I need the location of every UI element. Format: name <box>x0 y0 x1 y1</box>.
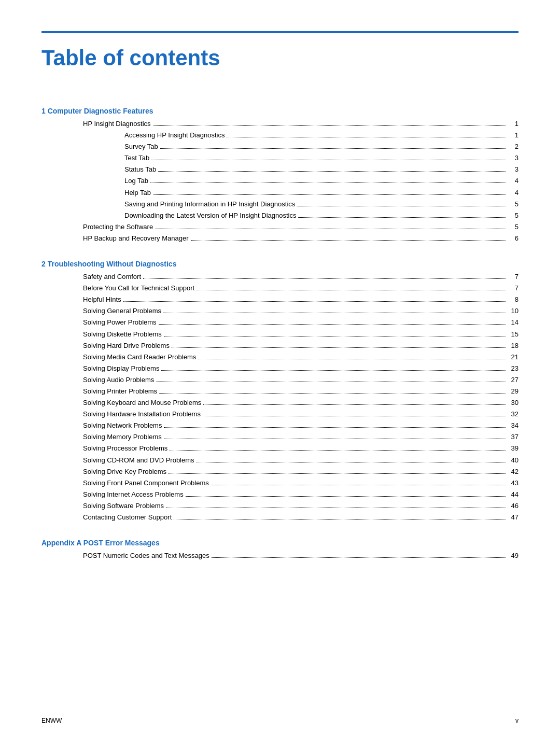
entry-page-e28: 40 <box>508 455 519 466</box>
entry-dots-e28 <box>197 462 506 462</box>
toc-entry-e17: Solving Diskette Problems15 <box>41 329 519 340</box>
entry-page-e34: 49 <box>508 550 519 561</box>
entry-text-e16: Solving Power Problems <box>83 317 157 328</box>
toc-entry-e3: Survey Tab2 <box>41 141 519 152</box>
entry-page-e15: 10 <box>508 305 519 317</box>
entry-dots-e14 <box>123 301 506 302</box>
toc-entry-e12: Safety and Comfort7 <box>41 271 519 283</box>
entry-page-e16: 14 <box>508 317 519 328</box>
entry-dots-e23 <box>203 404 506 405</box>
entry-dots-e8 <box>297 206 506 206</box>
toc-entry-e26: Solving Memory Problems37 <box>41 431 519 443</box>
entry-page-e23: 30 <box>508 397 519 409</box>
section-2: 2 Troubleshooting Without DiagnosticsSaf… <box>41 260 519 523</box>
page: Table of contents 1 Computer Diagnostic … <box>0 0 560 745</box>
toc-entry-e24: Solving Hardware Installation Problems32 <box>41 409 519 420</box>
entry-page-e14: 8 <box>508 294 519 305</box>
entry-text-e7: Help Tab <box>124 187 151 199</box>
entry-page-e21: 27 <box>508 374 519 386</box>
entry-page-e5: 3 <box>508 164 519 175</box>
entry-dots-e30 <box>211 485 506 485</box>
entry-page-e9: 5 <box>508 210 519 221</box>
entry-text-e32: Solving Software Problems <box>83 500 164 512</box>
toc-entry-e23: Solving Keyboard and Mouse Problems30 <box>41 397 519 409</box>
entry-dots-e31 <box>186 496 506 497</box>
entry-text-e21: Solving Audio Problems <box>83 374 154 386</box>
entry-page-e2: 1 <box>508 130 519 141</box>
section-appendix: Appendix A POST Error MessagesPOST Numer… <box>41 539 519 561</box>
toc-entry-e13: Before You Call for Technical Support7 <box>41 283 519 294</box>
entry-text-e26: Solving Memory Problems <box>83 431 162 443</box>
entry-page-e29: 42 <box>508 466 519 477</box>
toc-entry-e7: Help Tab4 <box>41 187 519 199</box>
entry-text-e9: Downloading the Latest Version of HP Ins… <box>124 210 296 221</box>
entry-page-e13: 7 <box>508 283 519 294</box>
entry-dots-e4 <box>151 160 506 160</box>
entry-dots-e33 <box>174 519 506 519</box>
entry-dots-e29 <box>169 473 506 474</box>
toc-entry-e2: Accessing HP Insight Diagnostics1 <box>41 130 519 141</box>
entry-dots-e26 <box>164 439 506 439</box>
entry-page-e30: 43 <box>508 477 519 489</box>
entry-text-e8: Saving and Printing Information in HP In… <box>124 199 295 210</box>
entry-page-e33: 47 <box>508 512 519 523</box>
entry-page-e12: 7 <box>508 271 519 283</box>
toc-entry-e15: Solving General Problems10 <box>41 305 519 317</box>
entry-dots-e22 <box>159 393 506 393</box>
entry-text-e3: Survey Tab <box>124 141 158 152</box>
toc-entry-e18: Solving Hard Drive Problems18 <box>41 340 519 352</box>
entry-page-e3: 2 <box>508 141 519 152</box>
entry-text-e29: Solving Drive Key Problems <box>83 466 166 477</box>
entry-text-e28: Solving CD-ROM and DVD Problems <box>83 455 194 466</box>
entry-page-e6: 4 <box>508 175 519 187</box>
toc-entry-e28: Solving CD-ROM and DVD Problems40 <box>41 455 519 466</box>
entry-dots-e32 <box>166 508 506 508</box>
toc-entry-e34: POST Numeric Codes and Text Messages49 <box>41 550 519 561</box>
section-2-heading: 2 Troubleshooting Without Diagnostics <box>41 260 519 268</box>
entry-text-e33: Contacting Customer Support <box>83 512 172 523</box>
entry-text-e23: Solving Keyboard and Mouse Problems <box>83 397 201 409</box>
toc-entry-e30: Solving Front Panel Component Problems43 <box>41 477 519 489</box>
entry-text-e24: Solving Hardware Installation Problems <box>83 409 201 420</box>
entry-text-e6: Log Tab <box>124 175 148 187</box>
entry-dots-e1 <box>153 125 506 126</box>
entry-text-e22: Solving Printer Problems <box>83 386 157 397</box>
entry-page-e25: 34 <box>508 420 519 431</box>
toc-entry-e31: Solving Internet Access Problems44 <box>41 489 519 500</box>
entry-page-e7: 4 <box>508 187 519 199</box>
entry-page-e10: 5 <box>508 221 519 233</box>
entry-page-e8: 5 <box>508 199 519 210</box>
entry-page-e4: 3 <box>508 152 519 164</box>
entry-dots-e15 <box>163 313 506 313</box>
entry-dots-e24 <box>203 416 506 416</box>
toc-entry-e20: Solving Display Problems23 <box>41 363 519 374</box>
toc-entry-e32: Solving Software Problems46 <box>41 500 519 512</box>
entry-page-e11: 6 <box>508 233 519 244</box>
entry-page-e26: 37 <box>508 431 519 443</box>
section-appendix-heading: Appendix A POST Error Messages <box>41 539 519 547</box>
entry-dots-e5 <box>158 171 506 172</box>
entry-page-e1: 1 <box>508 118 519 130</box>
entry-text-e18: Solving Hard Drive Problems <box>83 340 170 352</box>
toc-entry-e5: Status Tab3 <box>41 164 519 175</box>
entry-dots-e13 <box>197 290 506 290</box>
toc-entry-e4: Test Tab3 <box>41 152 519 164</box>
toc-entry-e9: Downloading the Latest Version of HP Ins… <box>41 210 519 221</box>
entry-text-e2: Accessing HP Insight Diagnostics <box>124 130 225 141</box>
entry-dots-e19 <box>198 359 506 359</box>
entry-dots-e12 <box>143 278 506 279</box>
toc-entry-e16: Solving Power Problems14 <box>41 317 519 328</box>
toc-entry-e14: Helpful Hints8 <box>41 294 519 305</box>
entry-text-e10: Protecting the Software <box>83 221 153 233</box>
footer-left: ENWW <box>41 717 62 724</box>
entry-page-e20: 23 <box>508 363 519 374</box>
entry-dots-e25 <box>164 427 506 428</box>
entry-dots-e18 <box>172 347 506 348</box>
page-title: Table of contents <box>41 46 519 76</box>
entry-text-e30: Solving Front Panel Component Problems <box>83 477 209 489</box>
footer-right: v <box>515 717 519 724</box>
entry-text-e17: Solving Diskette Problems <box>83 329 162 340</box>
entry-text-e11: HP Backup and Recovery Manager <box>83 233 189 244</box>
entry-text-e13: Before You Call for Technical Support <box>83 283 194 294</box>
entry-text-e15: Solving General Problems <box>83 305 161 317</box>
